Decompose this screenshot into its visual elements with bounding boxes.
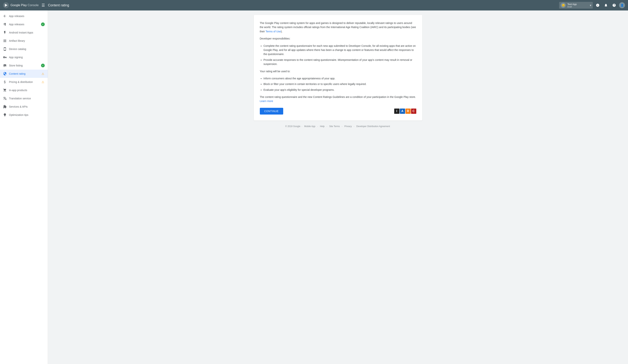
iarc-letter-i: I bbox=[394, 109, 399, 114]
responsibility-item-1: Complete the content rating questionnair… bbox=[264, 44, 416, 56]
sidebar-pricing-label: Pricing & distribution bbox=[9, 80, 39, 83]
info-button[interactable] bbox=[594, 2, 601, 9]
rating-used-list: Inform consumers about the age appropria… bbox=[264, 76, 416, 92]
help-button[interactable] bbox=[611, 2, 618, 9]
sidebar-item-device-catalog[interactable]: Device catalog bbox=[0, 45, 48, 53]
lightbulb-icon bbox=[3, 113, 7, 117]
logo-text: Google Play Console bbox=[10, 3, 39, 7]
sidebar-artifact-library-label: Artifact library bbox=[9, 39, 45, 42]
sidebar-optimization-label: Optimization tips bbox=[9, 113, 45, 116]
condition-paragraph: The content rating questionnaire and the… bbox=[260, 95, 416, 103]
key-icon bbox=[3, 55, 7, 59]
help-icon bbox=[612, 3, 616, 7]
sidebar-item-services-apis[interactable]: Services & APIs bbox=[0, 103, 48, 111]
app-name: Test App bbox=[567, 3, 588, 6]
intro-paragraph: The Google Play content rating system fo… bbox=[260, 21, 416, 33]
hamburger-icon[interactable]: ☰ bbox=[42, 3, 45, 7]
copyright: © 2018 Google bbox=[285, 125, 301, 128]
content-rating-badge: ⚠ bbox=[41, 72, 45, 75]
dollar-icon bbox=[3, 80, 7, 84]
learn-more-link[interactable]: Learn more bbox=[260, 100, 273, 103]
sidebar-item-content-rating[interactable]: Content rating ⚠ bbox=[0, 70, 48, 78]
grid-icon bbox=[3, 39, 7, 43]
rocket-icon bbox=[3, 22, 7, 26]
app-status: Draft bbox=[567, 6, 588, 8]
footer-link-help[interactable]: Help bbox=[320, 125, 324, 128]
sidebar-item-android-instant-apps[interactable]: Android Instant Apps bbox=[0, 28, 48, 37]
rating-used-item-1: Inform consumers about the age appropria… bbox=[264, 76, 416, 80]
store-icon bbox=[3, 64, 7, 67]
sidebar-item-translation-service[interactable]: Translation service bbox=[0, 94, 48, 103]
api-icon bbox=[3, 105, 7, 109]
bell-icon bbox=[604, 3, 608, 7]
sidebar-translation-label: Translation service bbox=[9, 97, 45, 100]
iarc-letter-c: C bbox=[411, 109, 416, 114]
iarc-letter-r: R bbox=[405, 109, 411, 114]
iarc-letter-a: A bbox=[400, 109, 405, 114]
sidebar-back-label: App releases bbox=[9, 15, 45, 18]
sidebar-app-releases-label: App releases bbox=[9, 23, 39, 26]
app-info: Test App Draft bbox=[567, 3, 588, 8]
sidebar-item-store-listing[interactable]: Store listing ✓ bbox=[0, 61, 48, 70]
store-check-badge: ✓ bbox=[41, 64, 45, 67]
avatar[interactable]: 👤 bbox=[619, 2, 625, 8]
cart-icon bbox=[3, 88, 7, 92]
page-footer: © 2018 Google · Mobile App · Help · Site… bbox=[281, 121, 395, 132]
rating-used-item-3: Evaluate your app's eligibility for spec… bbox=[264, 88, 416, 92]
logo[interactable]: Google Play Console bbox=[3, 2, 39, 8]
back-icon bbox=[3, 14, 7, 18]
sidebar-item-back[interactable]: App releases bbox=[0, 12, 48, 20]
main-layout: App releases App releases ✓ Android Inst… bbox=[0, 10, 628, 364]
google-play-icon bbox=[3, 2, 9, 8]
sidebar: App releases App releases ✓ Android Inst… bbox=[0, 10, 48, 364]
footer-link-site-terms[interactable]: Site Terms bbox=[329, 125, 340, 128]
warn-badge: ⚠ bbox=[41, 72, 45, 75]
sidebar-android-instant-label: Android Instant Apps bbox=[9, 31, 45, 34]
responsibility-item-2: Provide accurate responses to the conten… bbox=[264, 58, 416, 66]
phone-icon bbox=[3, 47, 7, 51]
responsibilities-list: Complete the content rating questionnair… bbox=[264, 44, 416, 66]
sidebar-item-optimization-tips[interactable]: Optimization tips bbox=[0, 111, 48, 119]
shield-icon bbox=[3, 72, 7, 75]
pricing-warn-badge: ⚠ bbox=[41, 80, 45, 84]
footer-link-privacy[interactable]: Privacy bbox=[344, 125, 352, 128]
sidebar-app-signing-label: App signing bbox=[9, 56, 45, 59]
content-card: The Google Play content rating system fo… bbox=[254, 15, 422, 121]
footer-link-mobile[interactable]: Mobile App bbox=[304, 125, 315, 128]
sidebar-services-label: Services & APIs bbox=[9, 105, 45, 108]
navbar-right: 😊 Test App Draft ▾ 👤 bbox=[559, 2, 625, 9]
check-badge: ✓ bbox=[41, 22, 45, 26]
content-area: The Google Play content rating system fo… bbox=[48, 10, 628, 364]
info-icon bbox=[596, 3, 600, 7]
terms-of-use-link[interactable]: Terms of Use bbox=[265, 30, 281, 33]
sidebar-item-app-signing[interactable]: App signing bbox=[0, 53, 48, 61]
app-icon: 😊 bbox=[561, 3, 566, 8]
sidebar-content-rating-label: Content rating bbox=[9, 72, 39, 75]
rating-used-item-2: Block or filter your content in certain … bbox=[264, 82, 416, 86]
app-selector[interactable]: 😊 Test App Draft ▾ bbox=[559, 2, 593, 9]
rating-used-title: Your rating will be used to: bbox=[260, 69, 416, 73]
card-footer: CONTINUE I A R C bbox=[260, 108, 416, 115]
sidebar-item-in-app-products[interactable]: In-app products bbox=[0, 86, 48, 94]
sidebar-in-app-products-label: In-app products bbox=[9, 89, 45, 92]
store-listing-badge: ✓ bbox=[41, 64, 45, 67]
footer-link-dda[interactable]: Developer Distribution Agreement bbox=[356, 125, 390, 128]
translate-icon bbox=[3, 97, 7, 100]
navbar: Google Play Console ☰ Content rating 😊 T… bbox=[0, 0, 628, 10]
sidebar-item-artifact-library[interactable]: Artifact library bbox=[0, 37, 48, 45]
sidebar-store-listing-label: Store listing bbox=[9, 64, 39, 67]
iarc-logo: I A R C bbox=[394, 109, 416, 114]
pricing-badge: ⚠ bbox=[41, 80, 45, 84]
bolt-icon bbox=[3, 31, 7, 34]
chevron-down-icon: ▾ bbox=[590, 3, 591, 7]
continue-button[interactable]: CONTINUE bbox=[260, 108, 283, 115]
responsibilities-title: Developer responsibilities: bbox=[260, 36, 416, 41]
sidebar-item-pricing-distribution[interactable]: Pricing & distribution ⚠ bbox=[0, 78, 48, 86]
notifications-button[interactable] bbox=[603, 2, 609, 9]
sidebar-item-app-releases[interactable]: App releases ✓ bbox=[0, 20, 48, 28]
page-title: Content rating bbox=[48, 3, 559, 7]
app-releases-badge: ✓ bbox=[41, 22, 45, 26]
sidebar-device-catalog-label: Device catalog bbox=[9, 48, 45, 51]
